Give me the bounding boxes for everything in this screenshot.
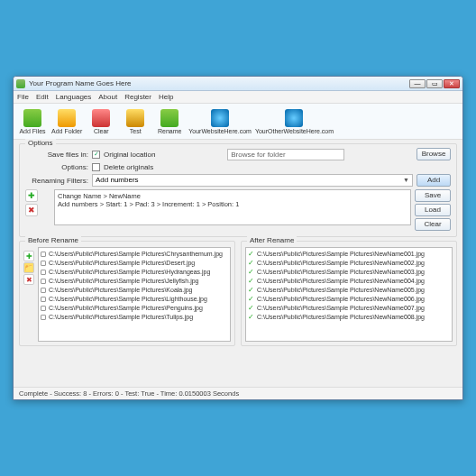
delete-originals-text: Delete originals [104, 163, 153, 171]
options-group: Options Save files in: ✓ Original locati… [19, 143, 457, 237]
toolbar-icon [23, 109, 41, 127]
after-list: ✓C:\Users\Public\Pictures\Sample Picture… [245, 247, 453, 342]
browse-folder-input[interactable]: Browse for folder [227, 149, 344, 160]
remove-icon[interactable]: ✖ [25, 204, 38, 216]
file-icon [41, 288, 46, 293]
after-item: ✓C:\Users\Public\Pictures\Sample Picture… [248, 295, 450, 304]
toolbar: Add FilesAdd FolderClearTestRenameYourWe… [14, 104, 462, 140]
filter-list[interactable]: Change Name > NewNameAdd numbers > Start… [54, 189, 411, 225]
delete-originals-checkbox[interactable] [92, 163, 100, 171]
toolbar-icon [160, 109, 178, 127]
window-buttons: — ▭ ✕ [409, 79, 460, 88]
menubar: FileEditLanguagesAboutRegisterHelp [14, 91, 462, 104]
menu-about[interactable]: About [98, 93, 117, 101]
clear-button[interactable]: Clear [415, 218, 451, 231]
before-list[interactable]: C:\Users\Public\Pictures\Sample Pictures… [38, 247, 231, 342]
menu-register[interactable]: Register [124, 93, 151, 101]
original-location-checkbox[interactable]: ✓ [92, 151, 100, 159]
filter-button-column: SaveLoadClear [415, 189, 451, 231]
options-label: Options [25, 139, 56, 147]
add-icon[interactable]: ✚ [25, 189, 38, 202]
add-file-icon[interactable]: ✚ [23, 251, 34, 261]
toolbar-yourotherwebsitehere-com[interactable]: YourOtherWebsiteHere.com [255, 109, 334, 134]
before-item[interactable]: C:\Users\Public\Pictures\Sample Pictures… [41, 313, 228, 322]
after-item: ✓C:\Users\Public\Pictures\Sample Picture… [248, 250, 450, 259]
after-item: ✓C:\Users\Public\Pictures\Sample Picture… [248, 277, 450, 286]
minimize-button[interactable]: — [409, 79, 426, 88]
close-button[interactable]: ✕ [444, 79, 460, 88]
maximize-button[interactable]: ▭ [426, 79, 443, 88]
after-label: After Rename [247, 236, 297, 244]
add-folder-icon[interactable]: 📁 [23, 262, 34, 273]
before-item[interactable]: C:\Users\Public\Pictures\Sample Pictures… [41, 277, 228, 286]
after-item: ✓C:\Users\Public\Pictures\Sample Picture… [248, 286, 450, 295]
toolbar-rename[interactable]: Rename [154, 109, 185, 134]
check-icon: ✓ [248, 304, 254, 313]
after-item: ✓C:\Users\Public\Pictures\Sample Picture… [248, 313, 450, 322]
before-item[interactable]: C:\Users\Public\Pictures\Sample Pictures… [41, 295, 228, 304]
toolbar-clear[interactable]: Clear [86, 109, 116, 134]
menu-help[interactable]: Help [159, 93, 173, 101]
original-location-text: Original location [104, 151, 155, 159]
file-icon [41, 315, 46, 320]
filter-side-buttons: ✚ ✖ [25, 189, 50, 231]
check-icon: ✓ [248, 286, 254, 295]
filter-line[interactable]: Add numbers > Start: 1 > Pad: 3 > Increm… [58, 200, 407, 208]
content: Options Save files in: ✓ Original locati… [14, 140, 462, 350]
file-icon [41, 306, 46, 311]
check-icon: ✓ [248, 250, 254, 259]
after-item: ✓C:\Users\Public\Pictures\Sample Picture… [248, 259, 450, 268]
file-icon [41, 297, 46, 302]
filter-value: Add numbers [96, 175, 139, 186]
check-icon: ✓ [248, 268, 254, 277]
toolbar-icon [211, 109, 229, 127]
toolbar-icon [58, 109, 76, 127]
save-button[interactable]: Save [415, 189, 451, 202]
before-item[interactable]: C:\Users\Public\Pictures\Sample Pictures… [41, 250, 228, 259]
toolbar-icon [126, 109, 144, 127]
save-label: Save files in: [25, 151, 88, 159]
after-item: ✓C:\Users\Public\Pictures\Sample Picture… [248, 268, 450, 277]
load-button[interactable]: Load [415, 204, 451, 216]
before-item[interactable]: C:\Users\Public\Pictures\Sample Pictures… [41, 286, 228, 295]
menu-file[interactable]: File [17, 93, 29, 101]
status-bar: Complete - Success: 8 - Errors: 0 - Test… [14, 387, 462, 399]
app-icon [16, 79, 25, 88]
check-icon: ✓ [248, 313, 254, 322]
toolbar-icon [285, 109, 303, 127]
check-icon: ✓ [248, 277, 254, 286]
toolbar-yourwebsitehere-com[interactable]: YourWebsiteHere.com [188, 109, 252, 134]
check-icon: ✓ [248, 295, 254, 304]
toolbar-add-files[interactable]: Add Files [17, 109, 48, 134]
options-sublabel: Options: [25, 163, 88, 171]
file-icon [41, 252, 46, 257]
filter-select[interactable]: Add numbers ▼ [92, 174, 413, 187]
remove-file-icon[interactable]: ✖ [23, 274, 34, 285]
filters-label: Renaming Filters: [25, 177, 88, 185]
before-pane: Before Rename ✚ 📁 ✖ C:\Users\Public\Pict… [19, 241, 235, 346]
after-pane: After Rename ✓C:\Users\Public\Pictures\S… [241, 241, 457, 346]
check-icon: ✓ [248, 259, 254, 268]
menu-edit[interactable]: Edit [36, 93, 49, 101]
file-icon [41, 279, 46, 284]
filter-line[interactable]: Change Name > NewName [58, 192, 407, 200]
before-item[interactable]: C:\Users\Public\Pictures\Sample Pictures… [41, 259, 228, 268]
toolbar-icon [92, 109, 110, 127]
before-item[interactable]: C:\Users\Public\Pictures\Sample Pictures… [41, 304, 228, 313]
dropdown-arrow-icon: ▼ [403, 175, 409, 186]
add-filter-button[interactable]: Add [416, 174, 451, 187]
after-item: ✓C:\Users\Public\Pictures\Sample Picture… [248, 304, 450, 313]
toolbar-add-folder[interactable]: Add Folder [51, 109, 82, 134]
toolbar-test[interactable]: Test [120, 109, 151, 134]
menu-languages[interactable]: Languages [56, 93, 92, 101]
file-icon [41, 261, 46, 266]
browse-button[interactable]: Browse [416, 148, 451, 160]
file-icon [41, 270, 46, 275]
titlebar[interactable]: Your Program Name Goes Here — ▭ ✕ [14, 77, 462, 91]
before-label: Before Rename [25, 236, 81, 244]
before-item[interactable]: C:\Users\Public\Pictures\Sample Pictures… [41, 268, 228, 277]
app-window: Your Program Name Goes Here — ▭ ✕ FileEd… [13, 76, 463, 400]
window-title: Your Program Name Goes Here [29, 79, 409, 87]
